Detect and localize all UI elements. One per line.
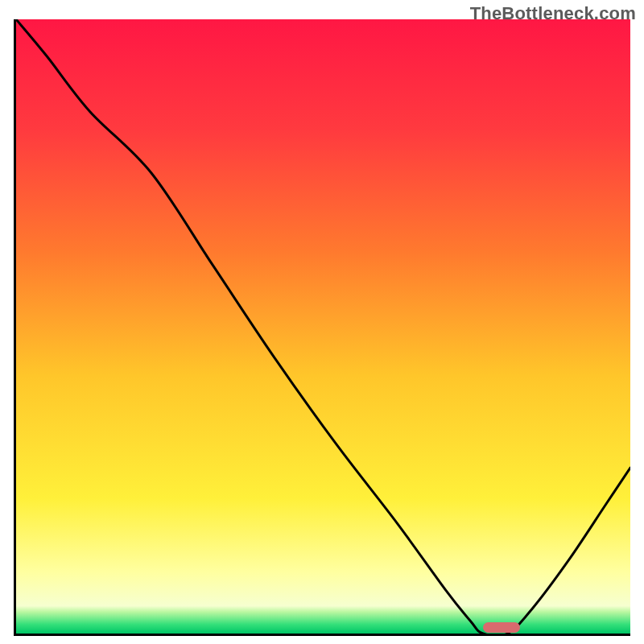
plot-area: [16, 19, 630, 634]
chart-container: TheBottleneck.com: [0, 0, 644, 644]
optimal-range-marker: [483, 622, 520, 633]
bottleneck-curve: [16, 19, 630, 634]
watermark-text: TheBottleneck.com: [470, 3, 636, 24]
